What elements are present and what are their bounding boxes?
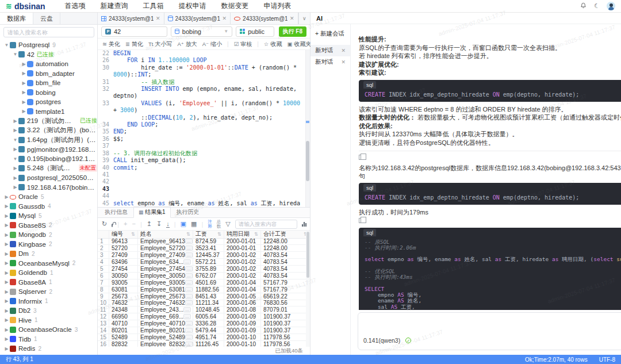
table-cell[interactable]: 101900.37 [261,313,310,320]
table-row[interactable]: 793005Employee_93005…4501.692000-01-0457… [98,279,310,286]
table-row[interactable]: 1074632Employee_74632…11211.342000-01-06… [98,300,310,307]
menu-item-1[interactable]: 首选项 [65,1,86,11]
table-cell[interactable]: 27409 [109,252,138,258]
table-cell[interactable]: 8451.43 [193,293,224,300]
table-cell[interactable]: 40783.54 [261,273,310,279]
table-cell[interactable]: 2000-01-01 [224,239,261,245]
table-cell[interactable]: 40783.54 [261,259,310,265]
column-header[interactable]: 姓名⇅ [138,231,193,238]
close-tab-icon[interactable]: ✕ [223,16,227,21]
table-row[interactable]: 1480201Employee_80201…5479.442000-01-091… [98,327,310,334]
column-header[interactable]: 合计工资⇅ [261,231,310,238]
tree-item[interactable]: ▶Oracle5 [0,192,97,202]
caret-closed-icon[interactable]: ▶ [3,308,10,313]
filter-funnel-icon[interactable]: ▽ [225,221,230,227]
table-cell[interactable]: Employee_30050… [138,273,193,279]
tree-item[interactable]: ▶pg|monitor@192.168.2.27:5432/test... [0,145,97,155]
caret-closed-icon[interactable]: ▶ [3,251,10,256]
sidebar-tab[interactable]: 数据库 [0,13,33,24]
table-cell[interactable]: 4951.74 [193,334,224,340]
message-copy-button[interactable] [359,217,621,224]
table-cell[interactable]: 101900.37 [261,320,310,327]
close-conversation-icon[interactable]: ✕ [341,48,346,53]
expand-cell-button[interactable]: … [185,252,193,258]
table-cell[interactable]: Employee_96413… [138,239,193,245]
table-cell[interactable]: 117978.56 [261,334,310,340]
caret-open-icon[interactable]: ▼ [3,43,10,48]
table-cell[interactable]: 12445.37 [193,252,224,258]
table-cell[interactable]: 27454 [109,266,138,272]
tree-item[interactable]: ▶Gaussdb4 [0,202,97,212]
table-cell[interactable]: 2000-01-02 [224,266,261,272]
caret-closed-icon[interactable]: ▶ [3,270,10,275]
tree-item[interactable]: ▶Db23 [0,306,97,316]
tab-overflow-chevron-icon[interactable]: ∨ [298,13,310,24]
table-cell[interactable]: 2000-01-08 [224,306,261,313]
sort-icon[interactable]: ⇅ [217,231,221,237]
table-cell[interactable]: 76830.56 [261,300,310,306]
comment-toggle[interactable]: 注释 [208,220,212,228]
expand-cell-button[interactable]: … [183,307,191,312]
tree-item[interactable]: ▶Mysql5 [0,211,97,221]
single-view-icon[interactable]: ▣ [181,221,186,227]
download-icon[interactable]: ↓ [166,221,170,228]
caret-closed-icon[interactable]: ▶ [21,81,27,86]
table-row[interactable]: 252720Employee_52720…3523.412000-01-0112… [98,245,310,252]
caret-closed-icon[interactable]: ▶ [12,147,18,152]
table-cell[interactable]: 66950 [109,313,138,320]
table-cell[interactable]: 25673 [109,293,138,300]
table-cell[interactable]: 2000-01-02 [224,273,261,279]
caret-open-icon[interactable]: ▼ [12,52,18,57]
table-cell[interactable]: 63496 [109,259,138,265]
database-select[interactable]: bobing ▼ [171,26,232,37]
tree-item[interactable]: ▶Hive1 [0,316,97,325]
lock-icon[interactable] [112,224,113,227]
table-row[interactable]: 1340710Employee_40710…3336.282000-01-091… [98,320,310,327]
caret-open-icon[interactable]: ▼ [12,137,18,143]
table-cell[interactable]: Employee_243...… [138,306,193,313]
conversation-item[interactable]: 新对话✕ [310,45,350,56]
total-toggle[interactable]: 总数 [217,220,221,228]
dark-mode-moon-icon[interactable]: ☾ [593,2,601,10]
close-conversation-icon[interactable]: ✕ [341,59,346,65]
zoom-in-button[interactable]: A⁺放大 [177,40,197,48]
column-header[interactable]: 工资⇅ [193,231,224,238]
tree-item[interactable]: ▶Informix1 [0,297,97,306]
result-tab[interactable]: 执行历史 [172,207,204,217]
caret-closed-icon[interactable]: ▶ [3,194,10,200]
caret-closed-icon[interactable]: ▶ [3,346,10,351]
delete-row-icon[interactable]: − [132,221,136,227]
message-copy-button[interactable] [359,154,621,161]
table-cell[interactable]: Employee_80201… [138,327,193,334]
caret-closed-icon[interactable]: ▶ [12,185,18,190]
tree-item[interactable]: ▼Postgresql9 [0,40,97,50]
table-cell[interactable]: Employee_63081… [138,286,193,293]
caret-closed-icon[interactable]: ▶ [3,232,10,237]
review-button[interactable]: ☑审核 [234,40,252,48]
sql-editor[interactable]: 22BEGIN26 FOR i IN 1..100000 LOOP30 hire… [98,50,310,208]
table-cell[interactable]: 11211.34 [193,300,224,306]
tree-item[interactable]: ▶Sqlserver2 [0,287,97,297]
table-cell[interactable]: 52720 [109,245,138,251]
close-tab-icon[interactable]: ✕ [290,16,294,21]
sort-icon[interactable]: ⇅ [254,231,258,237]
table-row[interactable]: 327409Employee_27409…12445.372000-01-024… [98,252,310,259]
caret-closed-icon[interactable]: ▶ [12,118,18,124]
tree-item[interactable]: ▶Tidb1 [0,335,97,344]
table-cell[interactable]: 65619.22 [261,293,310,300]
results-search-input[interactable] [235,220,297,229]
case-button[interactable]: Tt大小写 [148,40,172,48]
table-cell[interactable]: 11126.45 [193,341,224,347]
tree-item[interactable]: ▶219（测试勿用）(bobing@192...已连接 [0,116,97,126]
table-row[interactable]: 630050Employee_30050…6762.072000-01-0240… [98,273,310,279]
table-cell[interactable]: Employee_25673… [138,293,193,300]
expand-cell-button[interactable]: … [185,300,193,305]
editor-scrollbar[interactable] [305,50,310,207]
sort-icon[interactable]: ⇅ [186,231,190,237]
expand-cell-button[interactable]: … [185,335,193,340]
tree-item[interactable]: ▼42已连接 [0,50,97,60]
menu-item-5[interactable]: 数据变更 [221,1,249,11]
tree-item[interactable]: ▶bbm_file [0,78,97,88]
table-cell[interactable]: 6005.64 [193,313,224,320]
table-cell[interactable]: 2000-01-06 [224,300,261,306]
